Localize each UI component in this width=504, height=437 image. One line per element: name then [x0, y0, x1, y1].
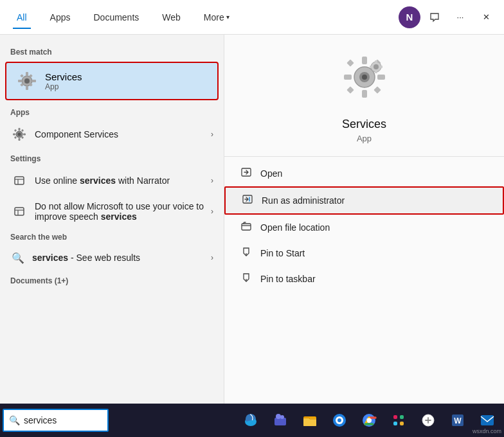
- run-as-admin-label: Run as administrator: [262, 195, 345, 206]
- web-search-text: services - See web results: [32, 253, 204, 263]
- edge-taskbar-icon[interactable]: [237, 406, 265, 434]
- svg-rect-2: [26, 72, 28, 76]
- svg-point-50: [280, 415, 284, 419]
- left-panel: Best match Services App: [0, 35, 224, 404]
- tab-more[interactable]: More ▾: [194, 7, 240, 28]
- open-action[interactable]: Open: [224, 161, 504, 186]
- chevron-right-icon-4: ›: [211, 253, 213, 262]
- chrome-taskbar-icon[interactable]: [355, 406, 383, 434]
- web-search-item[interactable]: 🔍 services - See web results ›: [0, 244, 224, 271]
- best-match-subtitle: App: [45, 82, 82, 91]
- component-services-item[interactable]: Component Services ›: [0, 120, 224, 149]
- open-file-location-label: Open file location: [260, 222, 330, 233]
- google-taskbar-icon[interactable]: [414, 406, 442, 434]
- more-options-button[interactable]: ···: [449, 6, 472, 29]
- svg-rect-13: [19, 138, 21, 141]
- best-match-text: Services App: [45, 71, 82, 91]
- user-avatar[interactable]: N: [399, 6, 420, 28]
- ellipsis-icon: ···: [457, 12, 464, 22]
- narrator-services-item[interactable]: Use online services with Narrator ›: [0, 166, 224, 195]
- chevron-right-icon: ›: [211, 130, 213, 139]
- app-preview-name: Services: [342, 118, 386, 131]
- pin-to-start-action[interactable]: Pin to Start: [224, 240, 504, 266]
- svg-rect-68: [481, 415, 494, 425]
- taskbar-search-icon: 🔍: [9, 415, 20, 425]
- close-button[interactable]: ✕: [474, 6, 498, 29]
- tab-documents[interactable]: Documents: [83, 7, 149, 28]
- open-file-location-action[interactable]: Open file location: [224, 215, 504, 240]
- narrator-icon: [10, 172, 28, 190]
- svg-point-60: [367, 418, 372, 423]
- chevron-right-icon-3: ›: [211, 207, 213, 216]
- svg-point-1: [24, 78, 30, 84]
- svg-rect-20: [15, 177, 24, 184]
- word-taskbar-icon[interactable]: W: [444, 406, 472, 434]
- svg-rect-54: [303, 418, 316, 426]
- best-match-item[interactable]: Services App: [5, 62, 219, 100]
- top-nav: All Apps Documents Web More ▾ N ··· ✕: [0, 0, 504, 35]
- slack-taskbar-icon[interactable]: [384, 406, 413, 434]
- component-services-label: Component Services: [35, 129, 204, 139]
- svg-rect-62: [393, 422, 397, 425]
- svg-rect-40: [375, 70, 377, 73]
- svg-point-38: [374, 64, 379, 69]
- open-icon: [240, 167, 253, 180]
- pin-to-taskbar-label: Pin to taskbar: [260, 274, 316, 284]
- open-file-location-icon: [240, 221, 253, 234]
- app-preview-type: App: [357, 134, 372, 143]
- web-section-label: Search the web: [0, 227, 224, 244]
- best-match-title: Services: [45, 71, 82, 82]
- svg-rect-29: [362, 57, 367, 64]
- svg-rect-39: [375, 60, 377, 64]
- svg-text:W: W: [454, 416, 462, 425]
- best-match-label: Best match: [0, 42, 224, 59]
- services-app-icon: [15, 69, 39, 93]
- svg-rect-36: [374, 86, 381, 93]
- svg-rect-61: [393, 415, 397, 419]
- taskbar-search-bar[interactable]: 🔍: [3, 409, 109, 432]
- speech-services-item[interactable]: Do not allow Microsoft to use your voice…: [0, 195, 224, 227]
- svg-rect-42: [379, 66, 382, 68]
- apps-section-label: Apps: [0, 103, 224, 120]
- svg-rect-63: [400, 415, 404, 419]
- svg-rect-17: [21, 129, 24, 132]
- svg-rect-52: [276, 420, 280, 424]
- pin-to-start-icon: [240, 247, 253, 260]
- explorer-taskbar-icon[interactable]: [296, 406, 324, 434]
- chevron-down-icon: ▾: [226, 13, 230, 21]
- svg-rect-23: [15, 208, 24, 215]
- services-large-icon: [341, 54, 388, 110]
- svg-point-11: [18, 133, 21, 136]
- svg-rect-6: [20, 74, 24, 78]
- feedback-button[interactable]: [423, 6, 446, 29]
- component-services-icon: [10, 125, 28, 143]
- speech-label: Do not allow Microsoft to use your voice…: [35, 201, 204, 222]
- tab-web[interactable]: Web: [152, 7, 191, 28]
- search-input[interactable]: [24, 415, 102, 425]
- pin-to-start-label: Pin to Start: [260, 248, 305, 258]
- right-panel: Services App Open: [224, 35, 504, 404]
- svg-rect-41: [370, 66, 373, 68]
- narrator-label: Use online services with Narrator: [35, 175, 204, 186]
- settings-section-label: Settings: [0, 149, 224, 166]
- open-label: Open: [260, 168, 282, 179]
- web-search-icon: 🔍: [10, 250, 26, 265]
- svg-rect-12: [19, 128, 21, 130]
- svg-rect-18: [14, 136, 17, 139]
- teams-taskbar-icon[interactable]: [266, 406, 294, 434]
- pin-to-taskbar-action[interactable]: Pin to taskbar: [224, 266, 504, 292]
- pin-to-taskbar-icon: [240, 272, 253, 285]
- windows-taskbar-icon[interactable]: [325, 406, 354, 434]
- taskbar: 🔍: [0, 404, 504, 437]
- svg-rect-3: [26, 86, 28, 90]
- run-as-admin-icon: [241, 194, 254, 207]
- svg-point-51: [276, 414, 281, 419]
- run-as-admin-action[interactable]: Run as administrator: [224, 186, 504, 215]
- tab-all[interactable]: All: [6, 7, 37, 28]
- feedback-icon: [429, 12, 440, 22]
- svg-rect-16: [14, 129, 17, 132]
- svg-rect-4: [18, 80, 22, 82]
- tab-apps[interactable]: Apps: [40, 7, 81, 28]
- chevron-right-icon-2: ›: [211, 176, 213, 185]
- watermark: wsxdn.com: [473, 428, 501, 434]
